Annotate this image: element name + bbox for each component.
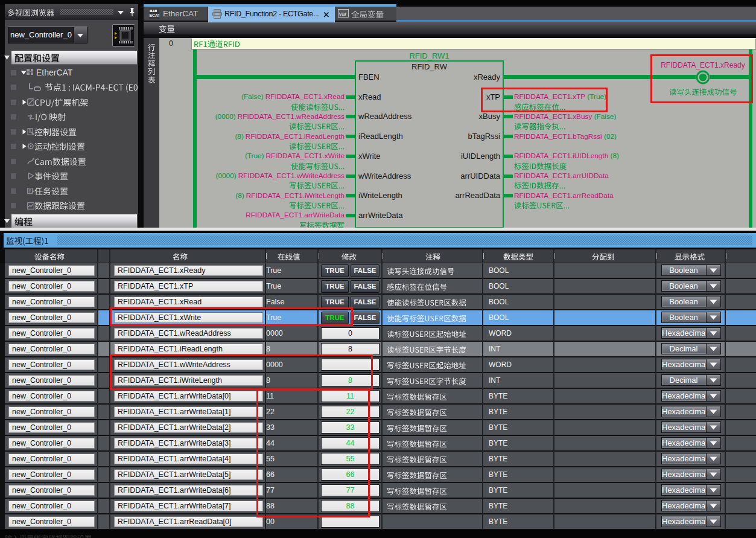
svg-text:ECAT: ECAT: [150, 13, 160, 18]
svg-text:var: var: [339, 11, 347, 17]
